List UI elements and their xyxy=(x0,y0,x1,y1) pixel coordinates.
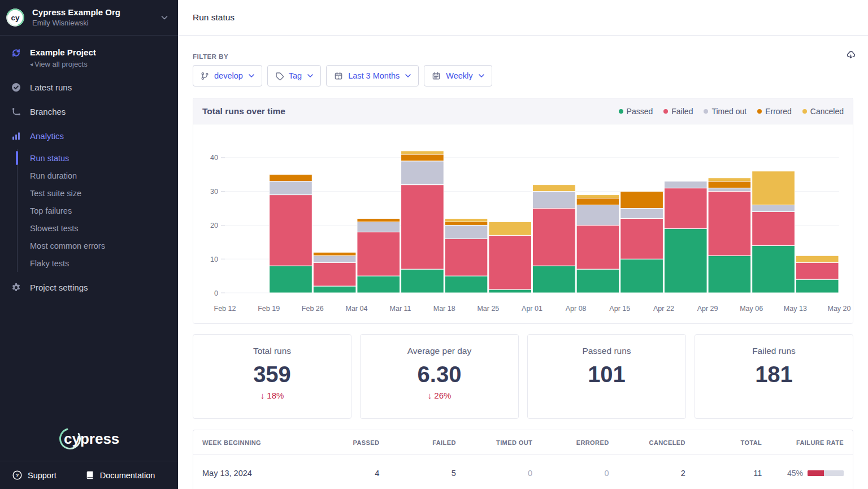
svg-text:0: 0 xyxy=(214,289,218,297)
stat-card-failed-runs: Failed runs 181 xyxy=(695,334,853,419)
svg-text:May 20: May 20 xyxy=(828,305,851,313)
sync-icon xyxy=(11,48,21,58)
date-range-filter-button[interactable]: 1 Last 3 Months xyxy=(326,65,419,86)
svg-text:cypress: cypress xyxy=(64,430,119,447)
org-switcher[interactable]: cy Cypress Example Org Emily Wisniewski xyxy=(0,0,178,36)
chevron-down-icon xyxy=(479,74,484,78)
chevron-down-icon xyxy=(307,74,313,78)
legend-dot-icon xyxy=(619,109,623,114)
sidebar-item-most-common-errors[interactable]: Most common errors xyxy=(18,237,178,254)
svg-text:Apr 15: Apr 15 xyxy=(609,305,630,313)
legend-dot-icon xyxy=(663,109,668,114)
sidebar-item-test-suite-size[interactable]: Test suite size xyxy=(18,184,178,202)
stat-title: Total runs xyxy=(193,346,351,356)
legend-item[interactable]: Canceled xyxy=(802,107,844,116)
legend-dot-icon xyxy=(802,109,807,114)
org-name: Cypress Example Org xyxy=(32,7,120,18)
check-circle-icon xyxy=(11,83,21,92)
sidebar-footer: ? Support Documentation xyxy=(0,461,178,489)
chart-bars-icon xyxy=(11,131,21,141)
sidebar: cy Cypress Example Org Emily Wisniewski … xyxy=(0,0,178,489)
sidebar-item-label: Latest runs xyxy=(30,83,72,92)
svg-text:Feb 26: Feb 26 xyxy=(302,305,324,313)
svg-text:?: ? xyxy=(16,472,19,478)
stat-title: Average per day xyxy=(361,346,518,356)
col-canceled: CANCELED xyxy=(618,430,695,455)
interval-filter-button[interactable]: Weekly xyxy=(424,65,492,86)
legend-item[interactable]: Timed out xyxy=(704,107,747,116)
sidebar-item-label: Analytics xyxy=(30,131,64,141)
svg-text:Mar 25: Mar 25 xyxy=(477,305,499,313)
sidebar-item-slowest-tests[interactable]: Slowest tests xyxy=(18,219,178,237)
sidebar-item-flaky-tests[interactable]: Flaky tests xyxy=(18,254,178,272)
errored-cell: 0 xyxy=(541,455,618,489)
sidebar-item-project-settings[interactable]: Project settings xyxy=(0,275,178,300)
legend-dot-icon xyxy=(704,109,708,114)
chart-header: Total runs over time PassedFailedTimed o… xyxy=(193,98,853,124)
content: FILTER BY develop Tag xyxy=(178,36,868,489)
book-icon xyxy=(85,470,94,480)
week-cell: May 13, 2024 xyxy=(193,455,312,489)
sidebar-item-run-status[interactable]: Run status xyxy=(18,149,178,167)
gear-icon xyxy=(11,283,21,292)
main-panel: Run status FILTER BY develop xyxy=(178,0,868,489)
org-avatar: cy xyxy=(6,8,25,27)
stat-delta: ↓ 26% xyxy=(361,391,518,400)
calendar-icon: 1 xyxy=(334,71,343,80)
svg-text:Feb 19: Feb 19 xyxy=(258,305,280,313)
view-all-projects-link[interactable]: ◂ View all projects xyxy=(30,60,96,68)
failure-rate-value: 45% xyxy=(787,469,803,478)
calendar-week-icon xyxy=(432,71,441,80)
col-passed: PASSED xyxy=(312,430,388,455)
tag-filter-button[interactable]: Tag xyxy=(267,65,321,86)
svg-text:20: 20 xyxy=(210,222,218,230)
stat-title: Passed runs xyxy=(528,346,685,356)
failed-cell: 5 xyxy=(388,455,465,489)
sidebar-item-analytics[interactable]: Analytics xyxy=(0,124,178,148)
branch-filter-button[interactable]: develop xyxy=(193,65,262,86)
chevron-down-icon[interactable] xyxy=(160,13,169,22)
col-failed: FAILED xyxy=(388,430,465,455)
branch-filter-label: develop xyxy=(214,71,243,80)
svg-text:May 13: May 13 xyxy=(784,305,807,313)
table-row[interactable]: May 13, 2024 4 5 0 0 2 11 45% xyxy=(193,455,853,489)
legend-item[interactable]: Failed xyxy=(663,107,693,116)
col-timed-out: TIMED OUT xyxy=(465,430,541,455)
topbar: Run status xyxy=(178,0,868,36)
sidebar-nav: Example Project ◂ View all projects Late… xyxy=(0,36,178,300)
svg-text:May 06: May 06 xyxy=(740,305,763,313)
support-link[interactable]: ? Support xyxy=(12,470,57,480)
stat-value: 359 xyxy=(193,361,351,387)
col-total: TOTAL xyxy=(695,430,771,455)
failure-rate-bar xyxy=(808,470,844,476)
documentation-label: Documentation xyxy=(100,471,155,480)
documentation-link[interactable]: Documentation xyxy=(85,470,155,480)
sidebar-item-label: Branches xyxy=(30,107,66,116)
passed-cell: 4 xyxy=(312,455,388,489)
sidebar-item-run-duration[interactable]: Run duration xyxy=(18,167,178,184)
sidebar-item-branches[interactable]: Branches xyxy=(0,99,178,124)
git-branch-icon xyxy=(201,72,209,80)
svg-text:Feb 12: Feb 12 xyxy=(214,305,236,313)
sidebar-item-latest-runs[interactable]: Latest runs xyxy=(0,75,178,99)
stat-card-average-per-day: Average per day 6.30 ↓ 26% xyxy=(360,334,519,419)
legend-item[interactable]: Errored xyxy=(757,107,792,116)
view-all-projects-label: View all projects xyxy=(34,60,88,68)
svg-text:30: 30 xyxy=(210,188,218,196)
sidebar-project[interactable]: Example Project ◂ View all projects xyxy=(0,47,178,68)
stat-delta: ↓ 18% xyxy=(193,391,351,400)
svg-text:Mar 18: Mar 18 xyxy=(433,305,455,313)
stat-value: 6.30 xyxy=(361,361,518,387)
legend-item[interactable]: Passed xyxy=(619,107,653,116)
svg-text:Apr 22: Apr 22 xyxy=(653,305,674,313)
cloud-download-icon[interactable] xyxy=(846,50,856,60)
legend-label: Failed xyxy=(671,107,693,116)
analytics-submenu: Run status Run duration Test suite size … xyxy=(17,149,178,272)
svg-text:Mar 04: Mar 04 xyxy=(345,305,367,313)
sidebar-item-top-failures[interactable]: Top failures xyxy=(18,202,178,219)
svg-text:Apr 29: Apr 29 xyxy=(697,305,718,313)
total-runs-chart-card: Total runs over time PassedFailedTimed o… xyxy=(193,98,853,324)
date-range-filter-label: Last 3 Months xyxy=(348,71,400,80)
support-label: Support xyxy=(28,471,57,480)
chart-body[interactable]: 010203040Feb 12Feb 19Feb 26Mar 04Mar 11M… xyxy=(193,124,853,323)
